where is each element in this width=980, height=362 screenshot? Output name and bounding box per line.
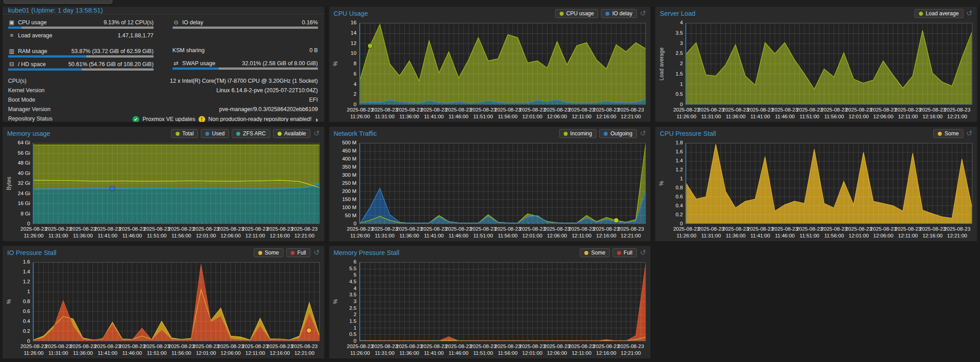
load-average-row: ≡ Load average 1.47,1.88,1.77 bbox=[8, 30, 154, 40]
y-tick: 8 bbox=[353, 61, 356, 66]
x-axis-labels: 2025-08-2311:26:002025-08-2311:31:002025… bbox=[686, 107, 972, 122]
y-axis-ticks: 00.511.522.533.54 bbox=[665, 23, 685, 105]
legend-item-cpu-usage[interactable]: CPU usage bbox=[555, 9, 598, 18]
x-tick: 2025-08-2311:46:00 bbox=[772, 226, 798, 239]
legend-item-outgoing[interactable]: Outgoing bbox=[599, 129, 637, 138]
y-tick: 64 Gi bbox=[18, 140, 31, 145]
legend-label: CPU usage bbox=[566, 10, 594, 17]
legend-item-full[interactable]: Full bbox=[286, 248, 310, 257]
chart-plot-area[interactable] bbox=[33, 262, 320, 341]
node-title: kube01 (Uptime: 1 day 13:58:51) bbox=[8, 7, 103, 14]
legend-item-incoming[interactable]: Incoming bbox=[559, 129, 597, 138]
chart-plot-area[interactable] bbox=[685, 23, 972, 105]
x-axis-labels: 2025-08-2311:26:002025-08-2311:31:002025… bbox=[686, 226, 972, 241]
x-tick: 2025-08-2311:26:00 bbox=[347, 107, 373, 120]
chart-body: % 00.20.40.60.811.21.41.6 bbox=[3, 259, 324, 342]
y-tick: 1.2 bbox=[23, 279, 30, 284]
dashboard-grid: kube01 (Uptime: 1 day 13:58:51) ▣ CPU us… bbox=[2, 6, 977, 359]
y-axis-label: % bbox=[332, 262, 339, 341]
x-tick: 2025-08-2312:11:00 bbox=[895, 226, 921, 239]
data-point-marker bbox=[307, 328, 311, 333]
x-tick: 2025-08-2312:16:00 bbox=[919, 226, 946, 239]
cpu-usage-bar bbox=[8, 27, 154, 29]
swap-usage-value: 32.01% (2.58 GiB of 8.00 GiB) bbox=[242, 60, 318, 67]
chart-plot-area[interactable] bbox=[359, 143, 646, 224]
y-axis-ticks: 08 Gi16 Gi24 Gi32 Gi40 Gi48 Gi56 Gi64 Gi bbox=[12, 143, 33, 224]
x-tick: 2025-08-2312:16:00 bbox=[593, 343, 619, 357]
cpus-row: CPU(s) 12 x Intel(R) Core(TM) i7-8700 CP… bbox=[8, 76, 318, 85]
y-tick: 1.6 bbox=[675, 149, 683, 154]
x-tick: 2025-08-2312:06:00 bbox=[544, 343, 570, 357]
legend-item-some[interactable]: Some bbox=[580, 248, 609, 257]
undo-zoom-icon[interactable]: ↺ bbox=[313, 130, 319, 137]
panel-memory-usage: Memory usage TotalUsedZFS ARCAvailable ↺… bbox=[2, 126, 325, 241]
x-tick: 2025-08-2311:26:00 bbox=[21, 226, 47, 239]
y-tick: 8 Gi bbox=[21, 211, 30, 216]
ram-usage-label: RAM usage bbox=[18, 48, 47, 54]
panel-cpu-usage: CPU Usage CPU usageIO delay ↺ % 02468101… bbox=[329, 6, 651, 122]
undo-zoom-icon[interactable]: ↺ bbox=[640, 130, 646, 137]
legend-dot bbox=[205, 132, 209, 136]
chart-body: % 00.511.522.533.544.555.56 bbox=[329, 259, 651, 342]
legend-label: Available bbox=[284, 130, 306, 137]
ksm-sharing-value: 0 B bbox=[309, 47, 318, 54]
y-axis-ticks: 050 M100 M150 M200 M250 M300 M350 M400 M… bbox=[339, 143, 359, 224]
x-tick: 2025-08-2311:56:00 bbox=[168, 226, 194, 239]
boot-mode-row: Boot Mode EFI bbox=[8, 95, 318, 104]
legend-item-io-delay[interactable]: IO delay bbox=[601, 9, 637, 18]
x-tick: 2025-08-2311:36:00 bbox=[396, 107, 423, 120]
legend-label: Some bbox=[945, 130, 958, 137]
legend-item-used[interactable]: Used bbox=[201, 129, 229, 138]
x-tick: 2025-08-2311:36:00 bbox=[396, 343, 423, 357]
legend-item-total[interactable]: Total bbox=[171, 129, 198, 138]
x-tick: 2025-08-2311:31:00 bbox=[371, 343, 398, 357]
chart-plot-area[interactable] bbox=[359, 262, 646, 341]
undo-zoom-icon[interactable]: ↺ bbox=[313, 249, 319, 256]
x-tick: 2025-08-2311:41:00 bbox=[421, 343, 447, 357]
legend-label: Full bbox=[624, 250, 632, 256]
x-tick: 2025-08-2311:56:00 bbox=[168, 343, 194, 357]
y-axis-ticks: 0246810121416 bbox=[339, 23, 359, 105]
x-tick: 2025-08-2311:41:00 bbox=[747, 107, 773, 120]
chart-plot-area[interactable] bbox=[359, 23, 646, 105]
x-tick: 2025-08-2311:56:00 bbox=[494, 343, 521, 357]
chart-body: Bytes 08 Gi16 Gi24 Gi32 Gi40 Gi48 Gi56 G… bbox=[3, 140, 324, 225]
x-tick: 2025-08-2312:11:00 bbox=[568, 343, 595, 357]
cpus-value: 12 x Intel(R) Core(TM) i7-8700 CPU @ 3.2… bbox=[170, 78, 318, 84]
legend-item-full[interactable]: Full bbox=[613, 248, 637, 257]
kernel-version-label: Kernel Version bbox=[8, 87, 44, 94]
legend-item-some[interactable]: Some bbox=[933, 129, 963, 138]
legend-item-zfs-arc[interactable]: ZFS ARC bbox=[232, 129, 270, 138]
chart-legend: IncomingOutgoing bbox=[559, 129, 637, 138]
chart-legend: Some bbox=[933, 129, 963, 138]
chart-plot-area[interactable] bbox=[685, 143, 972, 224]
x-axis-tickmarks bbox=[34, 340, 319, 341]
x-tick: 2025-08-2312:21:00 bbox=[618, 107, 644, 120]
toolbar-button-partial[interactable] bbox=[4, 0, 112, 4]
io-delay-value: 0.16% bbox=[302, 19, 318, 26]
x-tick: 2025-08-2312:16:00 bbox=[919, 107, 946, 120]
x-tick: 2025-08-2311:26:00 bbox=[21, 343, 47, 357]
x-tick: 2025-08-2311:51:00 bbox=[144, 226, 170, 239]
chevron-right-icon[interactable]: › bbox=[316, 116, 318, 123]
x-axis-tickmarks bbox=[34, 223, 319, 224]
memory-icon: ▥ bbox=[8, 48, 15, 54]
x-tick: 2025-08-2312:06:00 bbox=[217, 226, 244, 239]
undo-zoom-icon[interactable]: ↺ bbox=[967, 130, 972, 137]
x-tick: 2025-08-2312:06:00 bbox=[544, 226, 570, 239]
chart-title-cpu-usage: CPU Usage bbox=[334, 10, 368, 17]
legend-item-available[interactable]: Available bbox=[273, 129, 310, 138]
x-tick: 2025-08-2311:56:00 bbox=[821, 226, 848, 239]
undo-zoom-icon[interactable]: ↺ bbox=[640, 10, 646, 17]
y-axis-label: % bbox=[332, 23, 339, 105]
node-status-panel: kube01 (Uptime: 1 day 13:58:51) ▣ CPU us… bbox=[2, 6, 325, 122]
undo-zoom-icon[interactable]: ↺ bbox=[640, 249, 646, 256]
y-tick: 1 bbox=[680, 176, 683, 181]
legend-dot bbox=[176, 132, 180, 136]
legend-dot bbox=[584, 251, 588, 255]
legend-item-load-average[interactable]: Load average bbox=[914, 9, 963, 18]
x-tick: 2025-08-2311:51:00 bbox=[470, 226, 496, 239]
undo-zoom-icon[interactable]: ↺ bbox=[967, 10, 972, 17]
legend-item-some[interactable]: Some bbox=[254, 248, 283, 257]
chart-plot-area[interactable] bbox=[33, 143, 320, 224]
